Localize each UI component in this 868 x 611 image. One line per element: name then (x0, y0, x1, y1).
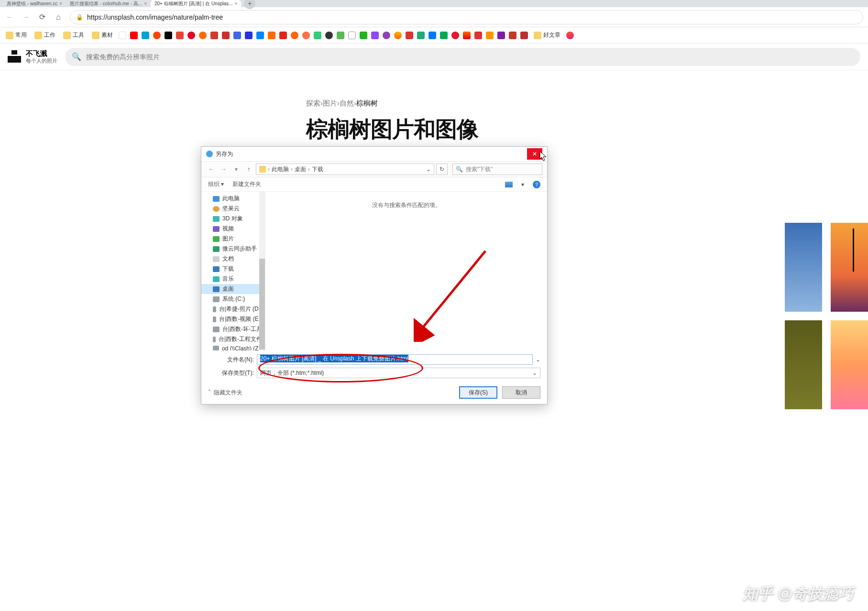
close-icon[interactable]: × (234, 1, 237, 6)
folder-tree[interactable]: 此电脑坚果云3D 对象视频图片微云同步助手文档下载音乐桌面系统 (C:)台|希捷… (201, 192, 265, 350)
history-dropdown[interactable]: ▾ (231, 164, 242, 175)
favicon[interactable] (130, 32, 138, 39)
tree-item[interactable]: 此电脑 (201, 194, 265, 204)
favicon[interactable] (486, 32, 494, 39)
tree-item[interactable]: 坚果云 (201, 204, 265, 214)
favicon[interactable] (371, 32, 379, 39)
url-input[interactable]: 🔒 https://unsplash.com/images/nature/pal… (70, 10, 863, 24)
filename-input[interactable]: 20+ 棕榈树图片 [高清] _ 在 Unsplash 上下载免费图片.html (257, 354, 533, 365)
favicon[interactable] (187, 32, 195, 39)
favicon[interactable] (256, 32, 264, 39)
favicon[interactable] (348, 32, 356, 39)
favicon[interactable] (233, 32, 241, 39)
tree-item[interactable]: 台|西数-坏-工具 (201, 324, 265, 334)
image-thumbnail[interactable] (831, 320, 868, 409)
tree-item[interactable]: 下载 (201, 264, 265, 274)
favicon[interactable] (222, 32, 230, 39)
tree-item[interactable]: 微云同步助手 (201, 244, 265, 254)
favicon[interactable] (429, 32, 436, 39)
tree-item[interactable]: 3D 对象 (201, 214, 265, 224)
favicon[interactable] (394, 32, 402, 39)
image-thumbnail[interactable] (785, 223, 822, 312)
close-icon[interactable]: × (144, 1, 147, 6)
hide-folders-toggle[interactable]: ˄隐藏文件夹 (208, 389, 242, 397)
close-icon[interactable]: × (59, 1, 62, 6)
favicon[interactable] (142, 32, 149, 39)
bookmark-folder[interactable]: 常用 (4, 30, 29, 40)
new-folder-button[interactable]: 新建文件夹 (232, 180, 261, 188)
browser-tab-active[interactable]: 20+ 棕榈树图片 [高清] | 在 Unsplas...× (151, 0, 241, 7)
home-button[interactable]: ⌂ (54, 12, 63, 22)
favicon[interactable] (360, 32, 367, 39)
tree-item[interactable]: 音乐 (201, 274, 265, 284)
scrollbar-thumb[interactable] (259, 259, 265, 349)
help-button[interactable]: ? (533, 181, 540, 188)
favicon[interactable] (520, 32, 528, 39)
path-breadcrumb[interactable]: › 此电脑 › 桌面 › 下载 ⌄ (256, 164, 434, 175)
site-logo[interactable]: 不飞溅 每个人的照片 (8, 50, 57, 64)
save-button[interactable]: 保存(S) (459, 386, 497, 399)
bookmark-folder[interactable]: 好文章 (532, 30, 562, 40)
image-thumbnail[interactable] (785, 320, 822, 409)
favicon[interactable] (279, 32, 287, 39)
favicon[interactable] (268, 32, 275, 39)
favicon[interactable] (417, 32, 425, 39)
reload-button[interactable]: ⟳ (37, 12, 47, 22)
favicon[interactable] (509, 32, 516, 39)
back-button[interactable]: ← (5, 12, 14, 22)
forward-button[interactable]: → (21, 12, 31, 22)
breadcrumb-link[interactable]: 图片 (323, 99, 337, 107)
bookmark-folder[interactable]: 工作 (33, 30, 57, 40)
search-bar[interactable]: 🔍 (65, 48, 860, 66)
view-options-button[interactable] (505, 182, 513, 187)
favicon[interactable] (383, 32, 390, 39)
back-button[interactable]: ← (206, 164, 217, 175)
favicon[interactable] (165, 32, 172, 39)
favicon[interactable] (451, 32, 459, 39)
favicon[interactable] (406, 32, 413, 39)
favicon[interactable] (474, 32, 482, 39)
favicon[interactable] (325, 32, 333, 39)
forward-button[interactable]: → (219, 164, 229, 175)
favicon[interactable] (291, 32, 298, 39)
favicon[interactable] (440, 32, 448, 39)
tree-item[interactable]: 桌面 (201, 284, 265, 294)
favicon[interactable] (302, 32, 310, 39)
favicon[interactable] (497, 32, 505, 39)
chevron-down-icon[interactable]: ⌄ (536, 356, 540, 363)
up-button[interactable]: ↑ (243, 164, 254, 175)
organize-menu[interactable]: 组织 ▾ (208, 180, 224, 188)
browser-tab[interactable]: 真神壁纸 - wallhaven.cc× (3, 0, 66, 7)
favicon[interactable] (153, 32, 161, 39)
tree-item[interactable]: 系统 (C:) (201, 294, 265, 304)
cancel-button[interactable]: 取消 (502, 386, 540, 399)
tree-item[interactable]: 台|西数-工程文件 (201, 334, 265, 344)
bookmark-folder[interactable]: 素材 (90, 30, 115, 40)
refresh-button[interactable]: ↻ (436, 164, 448, 175)
browser-tab[interactable]: 图片搜索结果 - colorhub.me - 高...× (66, 0, 151, 7)
favicon[interactable] (463, 32, 471, 39)
breadcrumb-link[interactable]: 探索 (306, 99, 320, 107)
favicon[interactable] (245, 32, 253, 39)
favicon[interactable] (199, 32, 207, 39)
tree-item[interactable]: 台|希捷-照片 (D:) (201, 304, 265, 314)
favicon[interactable] (176, 32, 184, 39)
tree-item[interactable]: 视频 (201, 224, 265, 234)
bookmark-folder[interactable]: 工具 (61, 30, 86, 40)
image-thumbnail[interactable] (831, 223, 868, 312)
favicon[interactable] (337, 32, 344, 39)
folder-search-input[interactable]: 🔍 搜索"下载" (452, 164, 542, 175)
tree-item[interactable]: 图片 (201, 234, 265, 244)
close-button[interactable]: ✕ (527, 148, 542, 160)
breadcrumb-link[interactable]: 自然 (340, 99, 354, 107)
favicon[interactable] (314, 32, 321, 39)
chevron-down-icon[interactable]: ⌄ (426, 166, 431, 173)
tree-item[interactable]: 台|西数-视频 (E:) (201, 314, 265, 324)
tree-item[interactable]: od (\\Clash) (Z:) (201, 344, 265, 350)
savetype-select[interactable]: 网页，全部 (*.htm;*.html) ⌄ (257, 368, 540, 378)
favicon[interactable] (210, 32, 218, 39)
tree-item[interactable]: 文档 (201, 254, 265, 264)
favicon[interactable] (566, 32, 574, 39)
search-input[interactable] (86, 53, 854, 61)
favicon[interactable] (119, 32, 126, 39)
